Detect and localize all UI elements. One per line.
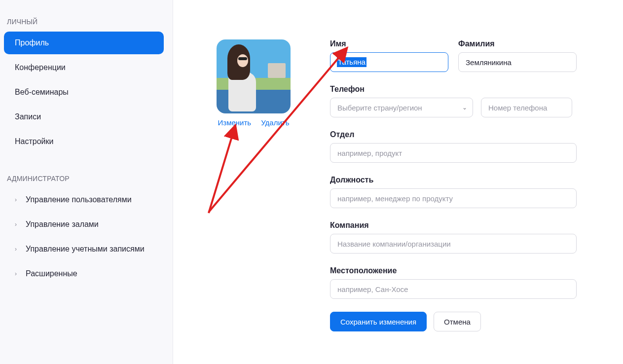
sidebar-item-settings[interactable]: Настройки (4, 130, 164, 153)
company-label: Компания (330, 221, 577, 230)
chevron-down-icon: ⌄ (462, 104, 467, 111)
phone-label: Телефон (330, 85, 577, 94)
last-name-label: Фамилия (458, 39, 577, 48)
position-label: Должность (330, 176, 577, 184)
department-label: Отдел (330, 130, 577, 139)
sidebar-item-user-management[interactable]: › Управление пользователями (4, 188, 164, 211)
first-name-input[interactable] (330, 52, 448, 72)
avatar-delete-link[interactable]: Удалить (261, 118, 289, 127)
sidebar-item-advanced[interactable]: › Расширенные (4, 262, 164, 285)
company-input[interactable] (330, 234, 577, 254)
sidebar-item-room-management[interactable]: › Управление залами (4, 213, 164, 236)
content: Изменить Удалить Имя Татьяна Фамилия (173, 0, 623, 364)
sidebar-item-account-management[interactable]: › Управление учетными записями (4, 238, 164, 260)
sidebar-item-profile[interactable]: Профиль (4, 32, 164, 54)
location-input[interactable] (330, 279, 577, 299)
avatar-edit-link[interactable]: Изменить (218, 118, 252, 127)
cancel-button[interactable]: Отмена (434, 312, 481, 331)
position-input[interactable] (330, 188, 577, 208)
avatar-image (217, 39, 291, 113)
sidebar-section-admin: АДМИНИСТРАТОР (4, 167, 164, 188)
save-button[interactable]: Сохранить изменения (330, 312, 427, 331)
department-input[interactable] (330, 143, 577, 163)
sidebar-item-webinars[interactable]: Веб-семинары (4, 81, 164, 104)
chevron-right-icon: › (15, 221, 21, 228)
first-name-label: Имя (330, 39, 448, 48)
phone-number-input[interactable] (481, 98, 572, 117)
sidebar-section-personal: ЛИЧНЫЙ (4, 10, 164, 32)
location-label: Местоположение (330, 266, 577, 275)
chevron-right-icon: › (15, 270, 21, 277)
sidebar-item-recordings[interactable]: Записи (4, 106, 164, 128)
sidebar-item-meetings[interactable]: Конференции (4, 56, 164, 79)
sidebar: ЛИЧНЫЙ Профиль Конференции Веб-семинары … (0, 0, 173, 364)
chevron-right-icon: › (15, 196, 21, 203)
phone-country-select[interactable]: Выберите страну/регион ⌄ (330, 98, 473, 117)
last-name-input[interactable] (458, 52, 577, 72)
chevron-right-icon: › (15, 246, 21, 253)
